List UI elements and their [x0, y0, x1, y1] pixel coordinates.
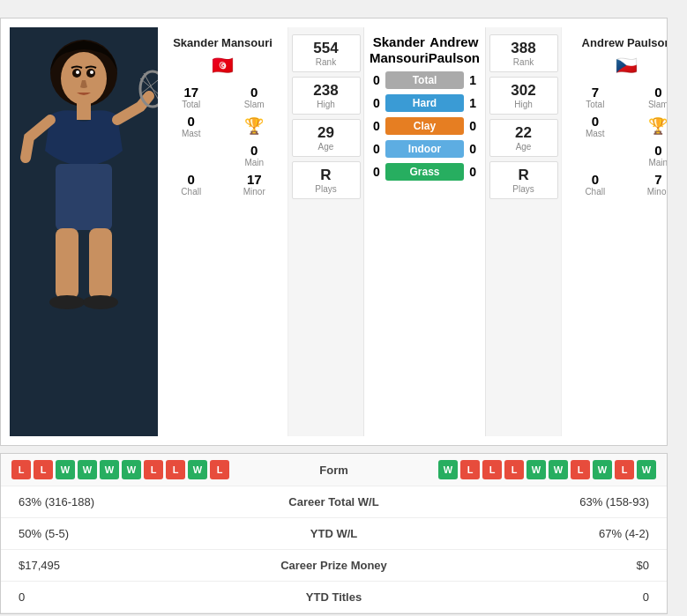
mid-hard-row: 0 Hard 1	[368, 94, 482, 112]
right-mast-stat: 0 Mast	[567, 114, 624, 138]
form-badge: L	[144, 460, 163, 479]
stat-c-1: YTD W/L	[237, 527, 431, 540]
mid-grass-row: 0 Grass 0	[368, 163, 482, 181]
right-age-display: 22 Age	[489, 119, 558, 157]
right-name-display: Andrew Paulson	[580, 31, 668, 55]
form-badge: L	[571, 460, 590, 479]
form-badge: W	[188, 460, 207, 479]
form-section-2: LLWWWWLLWL Form WLLLWWLWLW	[1, 454, 667, 486]
mid-clay-btn: Clay	[385, 117, 464, 135]
middle-match-col: Skander Mansouri Andrew Paulson 0 Total …	[364, 27, 485, 436]
left-stats-grid: 17 Total 0 Slam 0 Mast 🏆 0 Main 0 Chall …	[163, 85, 282, 197]
stat-c-2: Career Prize Money	[237, 559, 431, 572]
right-high-display: 302 High	[489, 77, 558, 115]
right-rank-display: 388 Rank	[489, 34, 558, 72]
stat-r-0: 63% (158-93)	[431, 495, 650, 508]
left-trophy-icon: 🏆	[227, 114, 283, 138]
stat-r-2: $0	[431, 559, 650, 572]
bottom-panel: LLWWWWLLWL Form WLLLWWLWLW 63% (316-188)…	[0, 453, 668, 614]
right-trophy-icon: 🏆	[631, 114, 668, 138]
form-badge: W	[637, 460, 656, 479]
form-badge: L	[210, 460, 229, 479]
stat-r-3: 0	[431, 590, 650, 604]
stat-rows: 63% (316-188) Career Total W/L 63% (158-…	[1, 486, 667, 613]
stat-row-0: 63% (316-188) Career Total W/L 63% (158-…	[1, 486, 667, 518]
right-player-info: Andrew Paulson 🇨🇿 7 Total 0 Slam 0 Mast …	[561, 27, 668, 436]
svg-rect-31	[89, 228, 112, 299]
right-plays-display: R Plays	[489, 161, 558, 199]
right-slam-stat: 0 Slam	[631, 85, 668, 109]
svg-rect-24	[77, 102, 91, 120]
form-badge: W	[593, 460, 612, 479]
right-flag-display: 🇨🇿	[616, 55, 638, 76]
form-badge: W	[549, 460, 568, 479]
form-badge: L	[615, 460, 634, 479]
left-rank-display: 554 Rank	[292, 34, 361, 72]
right-chall-stat: 0 Chall	[567, 172, 624, 197]
left-slam-stat: 0 Slam	[227, 85, 283, 109]
stat-row-2: $17,495 Career Prize Money $0	[1, 550, 667, 582]
left-flag-display: 🇹🇳	[212, 55, 234, 76]
stat-l-1: 50% (5-5)	[19, 527, 237, 540]
svg-point-32	[49, 295, 85, 309]
mid-indoor-btn: Indoor	[385, 140, 464, 158]
left-form-2: LLWWWWLLWL	[11, 460, 237, 479]
main-container: Skander Mansouri 🇹🇳 554 Rank 238 High 29…	[0, 0, 687, 18]
left-age-display: 29 Age	[292, 119, 361, 157]
form-label-2: Form	[237, 464, 431, 477]
form-badge: L	[460, 460, 480, 479]
right-form-2: WLLLWWLWLW	[431, 460, 657, 479]
form-badge: L	[504, 460, 524, 479]
right-main-stat: 0 Main	[631, 143, 668, 167]
right-total-stat: 7 Total	[567, 85, 624, 109]
stat-l-3: 0	[19, 590, 237, 604]
left-player-info: Skander Mansouri 🇹🇳 17 Total 0 Slam 0 Ma…	[158, 27, 288, 436]
left-photo-col	[10, 27, 158, 436]
left-high-display: 238 High	[292, 77, 361, 115]
mid-total-btn: Total	[385, 71, 464, 89]
stat-c-3: YTD Titles	[237, 590, 431, 604]
left-center-col: 554 Rank 238 High 29 Age R Plays	[288, 27, 364, 436]
svg-point-33	[83, 295, 118, 309]
svg-point-19	[61, 52, 107, 105]
form-badge: W	[56, 460, 75, 479]
form-badge: W	[526, 460, 546, 479]
mid-hard-btn: Hard	[385, 94, 464, 112]
svg-point-23	[90, 71, 93, 74]
left-mast-stat: 0 Mast	[163, 114, 220, 138]
right-center-col: 388 Rank 302 High 22 Age R Plays	[485, 27, 561, 436]
form-badge: W	[100, 460, 119, 479]
player-top-section: Skander Mansouri 🇹🇳 17 Total 0 Slam 0 Ma…	[0, 18, 668, 446]
form-badge: W	[78, 460, 97, 479]
stat-l-2: $17,495	[19, 559, 237, 572]
form-badge: W	[438, 460, 458, 479]
mid-right-name: Andrew Paulson	[429, 34, 480, 66]
mid-left-name: Skander Mansouri	[370, 34, 429, 66]
form-badge: L	[166, 460, 185, 479]
left-plays-display: R Plays	[292, 161, 361, 199]
mid-total-row: 0 Total 1	[368, 71, 482, 89]
stat-row-3: 0 YTD Titles 0	[1, 582, 667, 613]
left-main-stat: 0 Main	[227, 143, 283, 167]
right-minor-stat: 7 Minor	[631, 172, 668, 197]
svg-point-22	[76, 71, 79, 74]
form-badge: L	[482, 460, 502, 479]
left-photo-svg	[10, 27, 158, 433]
left-name-display: Skander Mansouri	[171, 31, 274, 55]
mid-grass-btn: Grass	[385, 163, 464, 181]
left-total-stat: 17 Total	[163, 85, 220, 109]
svg-rect-30	[56, 228, 78, 299]
form-badge: L	[34, 460, 53, 479]
stat-r-1: 67% (4-2)	[431, 527, 650, 540]
svg-rect-29	[56, 164, 112, 230]
mid-indoor-row: 0 Indoor 0	[368, 140, 482, 158]
stat-row-1: 50% (5-5) YTD W/L 67% (4-2)	[1, 518, 667, 550]
form-badge: W	[122, 460, 141, 479]
left-chall-stat: 0 Chall	[163, 172, 220, 197]
stat-c-0: Career Total W/L	[237, 495, 431, 508]
left-minor-stat: 17 Minor	[227, 172, 283, 197]
mid-clay-row: 0 Clay 0	[368, 117, 482, 135]
right-stats-grid: 7 Total 0 Slam 0 Mast 🏆 0 Main 0 Chall 7	[567, 85, 668, 197]
stat-l-0: 63% (316-188)	[19, 495, 237, 508]
form-badge: L	[11, 460, 31, 479]
